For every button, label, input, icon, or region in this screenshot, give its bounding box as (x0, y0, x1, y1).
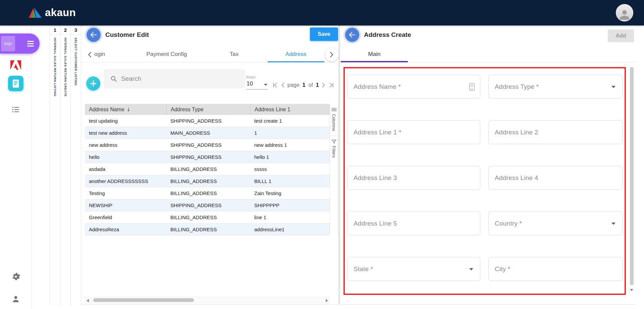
last-page-button[interactable] (329, 82, 334, 88)
table-row[interactable]: new addressSHIPPING_ADDRESSnew address 1 (85, 139, 330, 151)
rows-per-page-select[interactable]: 10 (247, 80, 268, 89)
rows-per-page-label: Rows (246, 75, 256, 79)
table-header-row: Address Name ↓ Address Type Address Line… (85, 104, 330, 115)
form-field[interactable]: City * (488, 257, 623, 281)
table-row[interactable]: another ADDRESSSSSSSBILLING_ADDRESSBILLL… (85, 175, 330, 187)
first-page-button[interactable] (272, 82, 278, 88)
adobe-app-icon[interactable] (0, 60, 32, 70)
menu-toggle-icon[interactable] (27, 40, 34, 48)
tabs-scroll-left-icon[interactable] (88, 52, 92, 59)
table-row[interactable]: NEWSHIPSHIPPING_ADDRESSSHIPPPPP (85, 199, 330, 211)
table-cell: new address (85, 142, 166, 148)
add-button[interactable]: Add (608, 29, 634, 42)
account-user-icon[interactable] (0, 295, 32, 303)
arrow-left-icon (349, 32, 356, 38)
back-button[interactable] (87, 28, 101, 42)
filters-tool[interactable]: Filters (331, 136, 336, 158)
billing-module-icon[interactable] (0, 76, 32, 91)
add-address-button[interactable] (86, 76, 100, 90)
save-button[interactable]: Save (310, 27, 338, 41)
form-field-label: Address Line 4 (495, 174, 538, 182)
filter-funnel-icon (332, 139, 336, 144)
filters-tool-label: Filters (331, 146, 336, 158)
table-row[interactable]: AddressRezaBILLING_ADDRESSaddressLine1 (85, 224, 330, 236)
form-field-label: Address Line 5 (354, 220, 397, 227)
settings-gear-icon[interactable] (0, 272, 32, 281)
form-field[interactable]: Address Line 3 (347, 166, 480, 190)
vertical-scrollbar-thumb[interactable] (630, 67, 634, 285)
scroll-right-arrow-icon[interactable] (326, 299, 328, 302)
contact-card-icon[interactable] (469, 83, 475, 90)
tab-tax[interactable]: Tax (201, 51, 268, 58)
next-page-button[interactable] (322, 82, 326, 88)
table-row[interactable]: helloSHIPPING_ADDRESShello 1 (85, 151, 330, 163)
form-field-label: City * (495, 265, 511, 273)
table-cell: test create 1 (250, 118, 330, 124)
back-button[interactable] (345, 28, 359, 42)
scroll-down-arrow-icon[interactable] (630, 289, 633, 291)
chevron-down-icon (264, 84, 267, 86)
table-cell: hello 1 (250, 154, 330, 160)
workflow-tab[interactable]: 1INTERNAL SALES RETURN LISTING (50, 25, 60, 306)
profile-avatar[interactable] (616, 4, 633, 21)
form-field[interactable]: Address Line 1 * (347, 120, 480, 144)
tab-address[interactable]: Address (262, 51, 329, 58)
table-row[interactable]: test updatingSHIPPING_ADDRESStest create… (85, 115, 330, 127)
form-field[interactable]: Address Type * (488, 75, 623, 99)
dropdown-caret-icon (611, 223, 615, 225)
column-header-address-name[interactable]: Address Name ↓ (85, 104, 166, 115)
form-field[interactable]: Address Name * (347, 75, 480, 99)
tab-payment-config[interactable]: Payment Config (133, 51, 200, 58)
of-word: of (309, 82, 313, 88)
active-tab-underline (268, 61, 324, 62)
workflow-tab-label: INTERNAL SALES RETURN CREATE (64, 38, 67, 97)
horizontal-scrollbar-thumb[interactable] (93, 298, 194, 302)
table-row[interactable]: test new addressMAIN_ADDRESS1 (85, 127, 330, 139)
tab-login-clipped[interactable]: ogin (94, 51, 105, 58)
form-field[interactable]: Country * (488, 211, 623, 235)
address-create-panel: Address Create Add Main Address Name *Ad… (340, 25, 636, 305)
columns-tool[interactable]: Columns (331, 104, 336, 131)
form-field-label: State * (354, 265, 373, 273)
form-field[interactable]: Address Line 4 (488, 166, 623, 190)
tab-main[interactable]: Main (341, 51, 408, 58)
form-field[interactable]: State * (347, 257, 480, 281)
table-side-tools: Columns Filters (330, 104, 338, 235)
rows-per-page-value: 10 (247, 80, 253, 87)
address-table: Address Name ↓ Address Type Address Line… (85, 104, 330, 236)
table-row[interactable]: GreenfieldBILLING_ADDRESSline 1 (85, 211, 330, 224)
workflow-tab[interactable]: 3SELECT CUSTOMER LISTING (71, 25, 81, 306)
search-input[interactable] (120, 75, 229, 83)
page-title: Address Create (364, 31, 411, 39)
menu-list-icon[interactable] (0, 105, 32, 114)
horizontal-scrollbar[interactable] (85, 297, 330, 303)
sidebar-logo-pill: logo (0, 34, 40, 54)
table-row[interactable]: asdadaBILLING_ADDRESSsssss (85, 163, 330, 175)
tabs-scroll-right-button[interactable] (325, 48, 338, 61)
column-header-label: Address Line 1 (255, 107, 290, 113)
customer-edit-tabbar: ogin Payment Config Tax Address (81, 47, 338, 62)
dropdown-caret-icon (469, 268, 473, 270)
search-field[interactable] (104, 69, 245, 88)
table-cell: another ADDRESSSSSSS (85, 178, 166, 184)
table-cell: SHIPPING_ADDRESS (166, 142, 250, 148)
column-header-address-type[interactable]: Address Type (166, 104, 250, 115)
columns-icon (332, 107, 336, 112)
table-cell: NEWSHIP (85, 202, 166, 208)
address-table-body: test updatingSHIPPING_ADDRESStest create… (85, 115, 330, 236)
prev-page-button[interactable] (281, 82, 284, 88)
scroll-left-arrow-icon[interactable] (87, 299, 89, 302)
column-header-address-line1[interactable]: Address Line 1 (250, 104, 330, 115)
top-navbar: akaun (0, 0, 644, 25)
table-cell: AddressReza (85, 227, 166, 232)
workflow-tab[interactable]: 2INTERNAL SALES RETURN CREATE (60, 25, 71, 306)
table-cell: Testing (85, 190, 166, 196)
table-cell: BILLING_ADDRESS (166, 166, 250, 172)
form-field[interactable]: Address Line 5 (347, 211, 480, 235)
table-row[interactable]: TestingBILLING_ADDRESSZain Testing (85, 187, 330, 199)
arrow-left-icon (90, 32, 97, 38)
total-pages: 1 (316, 82, 319, 88)
form-field[interactable]: Address Line 2 (488, 120, 623, 144)
customer-edit-panel: Customer Edit Save ogin Payment Config T… (81, 25, 338, 305)
table-cell: Zain Testing (250, 190, 330, 196)
